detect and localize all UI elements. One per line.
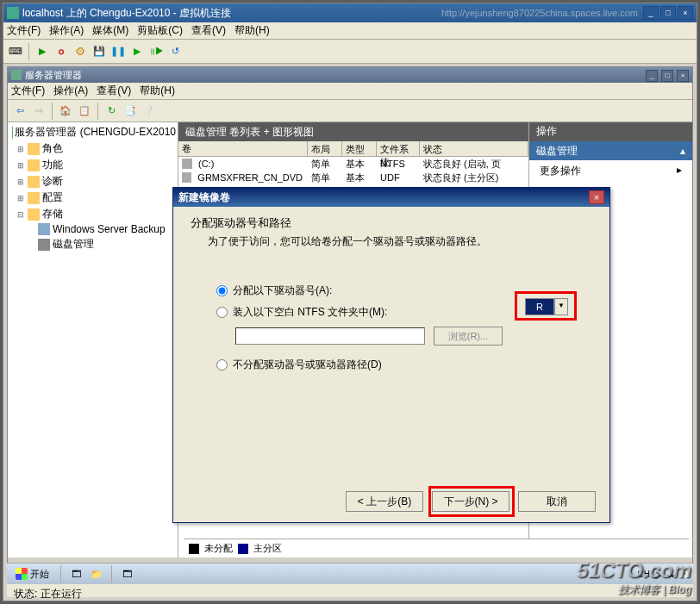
dialog-subheading: 为了便于访问，您可以给卷分配一个驱动器号或驱动器路径。 xyxy=(208,234,592,249)
start-button[interactable]: 开始 xyxy=(10,566,54,582)
legend-primary-swatch xyxy=(238,544,248,554)
maximize-button[interactable]: □ xyxy=(660,6,676,20)
reset-icon[interactable]: ▶ xyxy=(128,43,146,60)
next-button[interactable]: 下一步(N) > xyxy=(432,491,509,512)
dropdown-arrow-icon[interactable]: ▼ xyxy=(554,298,568,315)
export-icon[interactable]: 📑 xyxy=(122,103,139,120)
dialog-heading: 分配驱动器号和路径 xyxy=(191,215,592,231)
smgr-menu-help[interactable]: 帮助(H) xyxy=(140,84,175,98)
back-button[interactable]: < 上一步(B) xyxy=(346,491,423,512)
back-icon[interactable]: ⇦ xyxy=(11,103,28,120)
pause-icon[interactable]: ❚❚ xyxy=(109,43,127,60)
forward-icon[interactable]: ⇨ xyxy=(30,103,47,120)
radio-none-row[interactable]: 不分配驱动器号或驱动器路径(D) xyxy=(216,358,592,372)
start-icon[interactable]: ▶ xyxy=(34,43,51,60)
col-volume[interactable]: 卷 xyxy=(178,141,308,156)
radio-assign-row[interactable]: 分配以下驱动器号(A): xyxy=(216,283,592,298)
tree-diskmgmt[interactable]: 磁盘管理 xyxy=(9,236,176,252)
vm-window-buttons: _ □ × xyxy=(643,6,693,20)
quicklaunch-1[interactable]: 🗔 xyxy=(67,565,84,582)
smgr-menubar: 文件(F) 操作(A) 查看(V) 帮助(H) xyxy=(8,83,692,100)
close-button[interactable]: × xyxy=(678,6,693,20)
tray-icon[interactable]: 🔊 xyxy=(653,570,664,579)
refresh-icon[interactable]: ↻ xyxy=(103,103,120,120)
radio-none-label: 不分配驱动器号或驱动器路径(D) xyxy=(233,358,382,372)
legend-unalloc-swatch xyxy=(189,544,199,554)
radio-no-assign[interactable] xyxy=(216,359,228,370)
actions-sub[interactable]: 磁盘管理▴ xyxy=(529,141,692,160)
lang-indicator[interactable]: CH xyxy=(638,570,650,579)
table-row[interactable]: (C:) 简单 基本 NTFS 状态良好 (启动, 页 xyxy=(178,157,528,171)
smgr-icon xyxy=(11,70,22,80)
menu-media[interactable]: 媒体(M) xyxy=(92,23,128,38)
menu-action[interactable]: 操作(A) xyxy=(49,23,84,38)
tree-diag[interactable]: ⊞诊断 xyxy=(9,173,176,190)
tray-icon[interactable]: 🕐 xyxy=(679,570,690,579)
actions-more[interactable]: 更多操作▸ xyxy=(529,160,692,182)
tree-config[interactable]: ⊞配置 xyxy=(9,190,176,206)
col-status[interactable]: 状态 xyxy=(420,141,528,156)
smgr-menu-view[interactable]: 查看(V) xyxy=(97,84,131,98)
smgr-titlebar: 服务器管理器 _ □ × xyxy=(8,67,692,83)
cancel-button[interactable]: 取消 xyxy=(518,491,596,512)
dialog-close-button[interactable]: × xyxy=(589,190,604,204)
col-fs[interactable]: 文件系统 xyxy=(377,141,420,156)
smgr-menu-file[interactable]: 文件(F) xyxy=(11,84,45,98)
legend-primary: 主分区 xyxy=(253,542,282,555)
tree-root[interactable]: 服务器管理器 (CHENGDU-EX2010 xyxy=(9,124,176,140)
dialog-title: 新建镜像卷 xyxy=(178,190,589,205)
vm-icon xyxy=(7,7,19,19)
chevron-right-icon: ▸ xyxy=(677,164,682,178)
save-icon[interactable]: 💾 xyxy=(91,43,108,60)
tree-storage[interactable]: ⊟存储 xyxy=(9,206,176,222)
quicklaunch-2[interactable]: 📁 xyxy=(88,565,105,582)
help-icon[interactable]: ❔ xyxy=(141,103,158,120)
minimize-button[interactable]: _ xyxy=(643,6,659,20)
dialog-body: 分配驱动器号和路径 为了便于访问，您可以给卷分配一个驱动器号或驱动器路径。 分配… xyxy=(173,207,609,388)
radio-assign-letter[interactable] xyxy=(216,285,228,296)
menu-help[interactable]: 帮助(H) xyxy=(234,23,270,38)
smgr-close[interactable]: × xyxy=(677,70,689,82)
taskbar-smgr[interactable]: 🗔 xyxy=(118,565,135,582)
vm-toolbar: ⌨ ▶ ⭘ ⭙ 💾 ❚❚ ▶ ॥▶ ↺ xyxy=(3,40,697,64)
tree-panel: 服务器管理器 (CHENGDU-EX2010 ⊞角色 ⊞功能 ⊞诊断 ⊞配置 ⊟… xyxy=(8,122,178,557)
smgr-menu-action[interactable]: 操作(A) xyxy=(53,84,88,98)
radio-mount-label: 装入以下空白 NTFS 文件夹中(M): xyxy=(233,305,387,320)
system-tray: CH 🔊 🖧 🕐 xyxy=(638,570,690,579)
vm-menubar: 文件(F) 操作(A) 媒体(M) 剪贴板(C) 查看(V) 帮助(H) xyxy=(3,22,697,40)
vm-titlebar: localhost 上的 Chengdu-Ex2010 - 虚拟机连接 http… xyxy=(3,3,697,22)
revert-icon[interactable]: ↺ xyxy=(166,43,184,60)
taskbar: 开始 🗔 📁 🗔 CH 🔊 🖧 🕐 xyxy=(7,564,693,584)
menu-clipboard[interactable]: 剪贴板(C) xyxy=(137,23,183,38)
shutdown-icon[interactable]: ⭙ xyxy=(72,43,89,60)
smgr-title: 服务器管理器 xyxy=(25,69,645,82)
props-icon[interactable]: 📋 xyxy=(76,103,93,120)
tree-backup[interactable]: Windows Server Backup xyxy=(9,222,176,236)
tree-roles[interactable]: ⊞角色 xyxy=(9,140,176,157)
smgr-minimize[interactable]: _ xyxy=(646,70,658,82)
menu-view[interactable]: 查看(V) xyxy=(191,23,226,38)
drive-letter-select[interactable]: R ▼ xyxy=(525,298,568,315)
drive-letter-value: R xyxy=(525,298,554,315)
dialog-buttons: < 上一步(B) 下一步(N) > 取消 xyxy=(346,491,596,512)
ctrl-alt-del-icon[interactable]: ⌨ xyxy=(7,43,24,60)
windows-icon xyxy=(16,568,28,580)
smgr-maximize[interactable]: □ xyxy=(661,70,673,82)
col-layout[interactable]: 布局 xyxy=(308,141,342,156)
browse-button: 浏览(R)... xyxy=(434,327,503,346)
menu-file[interactable]: 文件(F) xyxy=(7,23,41,38)
collapse-icon: ▴ xyxy=(680,145,685,157)
radio-mount-folder[interactable] xyxy=(216,307,228,318)
col-type[interactable]: 类型 xyxy=(342,141,377,156)
mount-path-field[interactable] xyxy=(235,327,425,345)
dvd-icon xyxy=(182,172,191,183)
tree-features[interactable]: ⊞功能 xyxy=(9,157,176,173)
tray-icon[interactable]: 🖧 xyxy=(667,570,676,579)
up-icon[interactable]: 🏠 xyxy=(57,103,74,120)
new-mirror-volume-dialog: 新建镜像卷 × 分配驱动器号和路径 为了便于访问，您可以给卷分配一个驱动器号或驱… xyxy=(172,187,610,523)
snapshot-icon[interactable]: ॥▶ xyxy=(147,43,165,60)
turnoff-icon[interactable]: ⭘ xyxy=(53,43,70,60)
volume-icon xyxy=(182,159,192,169)
table-row[interactable]: GRMSXFRER_CN_DVD (D:) 简单 基本 UDF 状态良好 (主分… xyxy=(178,171,528,184)
dialog-titlebar: 新建镜像卷 × xyxy=(173,188,609,207)
